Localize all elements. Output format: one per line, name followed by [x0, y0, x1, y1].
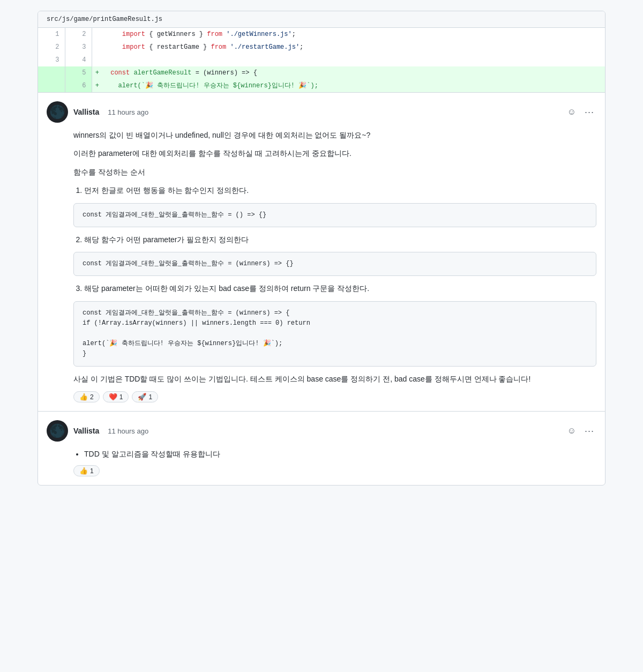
comment-2: 🌑 Vallista 11 hours ago ☺ ··· TDD 및 알고리즘… [38, 412, 605, 485]
more-button-1[interactable]: ··· [582, 104, 596, 120]
bullet-item-1: TDD 및 알고리즘을 작성할때 유용합니다 [84, 448, 596, 460]
bullet-list: TDD 및 알고리즘을 작성할때 유용합니다 [73, 448, 596, 460]
emoji-button-1[interactable]: ☺ [565, 105, 578, 119]
comment-actions-2: ☺ ··· [565, 423, 596, 439]
diff-line-old [38, 66, 65, 79]
code-block-1: const 게임결과에_대한_알럿을_출력하는_함수 = () => {} [73, 203, 596, 227]
diff-sign: + [92, 66, 102, 79]
reaction-thumbsup-1[interactable]: 👍 2 [73, 391, 100, 402]
comment-time-2: 11 hours ago [108, 427, 148, 435]
diff-sign [92, 41, 102, 54]
diff-code-cell: import { getWinners } from './getWinners… [102, 28, 605, 41]
steps-list-2: 해당 함수가 어떤 parameter가 필요한지 정의한다 [73, 234, 596, 245]
reaction-count: 2 [90, 393, 94, 401]
author-info-2: 🌑 Vallista 11 hours ago [47, 420, 148, 442]
diff-line-old [38, 79, 65, 92]
comment-time-1: 11 hours ago [108, 108, 148, 116]
diff-sign [92, 54, 102, 66]
code-diff-section: src/js/game/printGameResult.js 12 import… [38, 11, 605, 93]
reaction-emoji: 🚀 [138, 393, 146, 401]
step-2: 해당 함수가 어떤 parameter가 필요한지 정의한다 [84, 234, 596, 245]
footer-text: 사실 이 기법은 TDD할 때도 많이 쓰이는 기법입니다. 테스트 케이스의 … [73, 373, 596, 385]
diff-code-cell: import { restartGame } from './restartGa… [102, 41, 605, 54]
reaction-count: 1 [119, 393, 123, 401]
reaction-emoji: 👍 [79, 467, 88, 475]
diff-line-old: 2 [38, 41, 65, 54]
comment-body-2: TDD 및 알고리즘을 작성할때 유용합니다 [47, 448, 596, 460]
reactions-2: 👍 1 [47, 465, 596, 476]
comment-1: 🌑 Vallista 11 hours ago ☺ ··· winners의 값… [38, 93, 605, 412]
diff-code-cell [102, 54, 605, 66]
section-title: 함수를 작성하는 순서 [73, 166, 596, 178]
avatar-2: 🌑 [47, 420, 68, 442]
author-info-1: 🌑 Vallista 11 hours ago [47, 101, 148, 123]
comment-header-2: 🌑 Vallista 11 hours ago ☺ ··· [47, 420, 596, 442]
diff-table: 12 import { getWinners } from './getWinn… [38, 28, 605, 92]
comment-actions-1: ☺ ··· [565, 104, 596, 120]
step-3: 해당 parameter는 어떠한 예외가 있는지 bad case를 정의하여… [84, 282, 596, 294]
steps-list-3: 해당 parameter는 어떠한 예외가 있는지 bad case를 정의하여… [73, 282, 596, 294]
emoji-button-2[interactable]: ☺ [565, 424, 578, 438]
steps-list: 먼저 한글로 어떤 행동을 하는 함수인지 정의한다. [73, 184, 596, 196]
comment-body-1: winners의 값이 빈 배열이거나 undefined, null인 경우에… [47, 129, 596, 385]
file-path: src/js/game/printGameResult.js [38, 11, 605, 28]
diff-line-new: 6 [65, 79, 92, 92]
author-name-2: Vallista [73, 427, 99, 435]
code-block-3: const 게임결과에_대한_알럿을_출력하는_함수 = (winners) =… [73, 301, 596, 367]
reaction-count: 1 [148, 393, 152, 401]
step-1: 먼저 한글로 어떤 행동을 하는 함수인지 정의한다. [84, 184, 596, 196]
comment-header-1: 🌑 Vallista 11 hours ago ☺ ··· [47, 101, 596, 123]
diff-line-new: 5 [65, 66, 92, 79]
diff-line-old: 3 [38, 54, 65, 66]
reaction-heart-1[interactable]: ❤️ 1 [103, 391, 129, 402]
reaction-thumbsup-2[interactable]: 👍 1 [73, 465, 100, 476]
diff-line-old: 1 [38, 28, 65, 41]
reactions-1: 👍 2 ❤️ 1 🚀 1 [47, 391, 596, 402]
diff-line-new: 3 [65, 41, 92, 54]
more-button-2[interactable]: ··· [582, 423, 596, 439]
diff-code-cell: alert(`🎉 축하드립니다! 우승자는 ${winners}입니다! 🎉`)… [102, 79, 605, 92]
code-block-2: const 게임결과에_대한_알럿을_출력하는_함수 = (winners) =… [73, 252, 596, 276]
author-name-1: Vallista [73, 108, 99, 116]
diff-line-new: 2 [65, 28, 92, 41]
reaction-emoji: ❤️ [109, 393, 117, 401]
reaction-emoji: 👍 [79, 393, 88, 401]
diff-sign [92, 28, 102, 41]
reaction-rocket-1[interactable]: 🚀 1 [132, 391, 158, 402]
main-container: src/js/game/printGameResult.js 12 import… [38, 11, 605, 486]
diff-sign: + [92, 79, 102, 92]
comment-para-2: 이러한 parameter에 대한 예외처리를 함수를 작성하실 때 고려하시는… [73, 147, 596, 159]
reaction-count-2: 1 [90, 467, 94, 475]
comment-para-1: winners의 값이 빈 배열이거나 undefined, null인 경우에… [73, 129, 596, 141]
diff-code-cell: const alertGameResult = (winners) => { [102, 66, 605, 79]
diff-line-new: 4 [65, 54, 92, 66]
avatar-1: 🌑 [47, 101, 68, 123]
